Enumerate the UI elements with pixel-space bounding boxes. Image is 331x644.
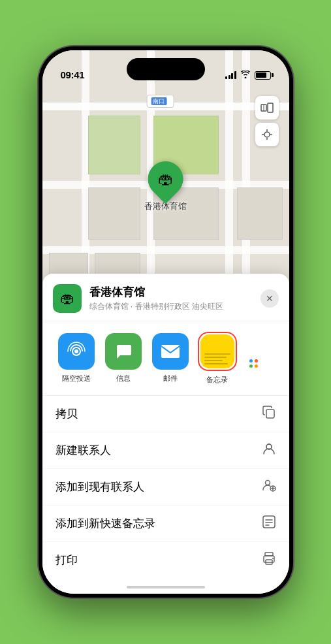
copy-icon [262, 405, 276, 423]
stadium-marker[interactable]: 🏟 香港体育馆 [144, 161, 187, 212]
venue-logo-icon: 🏟 [60, 290, 74, 307]
notes-selected-highlight [198, 332, 237, 371]
location-button[interactable] [255, 123, 279, 146]
home-indicator [127, 586, 205, 588]
map-controls [255, 96, 279, 146]
svg-rect-1 [268, 103, 273, 112]
marker-pin: 🏟 [140, 154, 190, 204]
messages-icon [105, 333, 142, 370]
share-notes[interactable]: 备忘录 [194, 332, 241, 385]
notes-icon [200, 334, 234, 368]
airdrop-label: 隔空投送 [62, 374, 91, 383]
phone-frame: 09:41 [39, 46, 293, 598]
share-row: 隔空投送 信息 [42, 321, 289, 396]
new-contact-icon [262, 442, 276, 459]
quick-note-icon [262, 515, 276, 532]
action-quick-note[interactable]: 添加到新快速备忘录 [42, 506, 289, 542]
share-messages[interactable]: 信息 [100, 333, 147, 383]
venue-logo: 🏟 [53, 284, 82, 313]
signal-icon [225, 71, 236, 79]
svg-point-3 [264, 132, 270, 137]
add-contact-icon [262, 478, 276, 496]
battery-icon [255, 71, 271, 80]
action-copy[interactable]: 拷贝 [42, 396, 289, 432]
map-type-button[interactable] [255, 96, 279, 120]
wifi-icon [240, 70, 251, 80]
action-add-contact[interactable]: 添加到现有联系人 [42, 469, 289, 506]
notes-label: 备忘录 [206, 375, 228, 385]
venue-subtitle: 综合体育馆 · 香港特别行政区 油尖旺区 [89, 301, 260, 312]
action-list: 拷贝 新建联系人 [42, 396, 289, 594]
action-quick-note-label: 添加到新快速备忘录 [55, 516, 155, 531]
close-button[interactable]: ✕ [260, 289, 279, 308]
svg-point-14 [265, 481, 270, 485]
mail-icon [152, 333, 189, 370]
map-label: 南口 [146, 95, 174, 108]
svg-point-25 [272, 558, 274, 559]
action-add-contact-label: 添加到现有联系人 [55, 479, 144, 494]
phone-screen: 09:41 [42, 50, 289, 594]
share-more[interactable] [241, 349, 267, 368]
airdrop-icon [58, 333, 95, 370]
stadium-icon: 🏟 [158, 170, 174, 188]
notes-lines [200, 334, 234, 368]
venue-name: 香港体育馆 [89, 285, 260, 300]
mail-label: 邮件 [163, 374, 178, 383]
print-icon [262, 551, 276, 569]
dynamic-island [127, 58, 205, 80]
svg-rect-18 [263, 516, 275, 528]
messages-label: 信息 [116, 374, 131, 383]
svg-point-9 [74, 349, 78, 353]
svg-rect-11 [266, 410, 274, 418]
more-dots-icon [249, 359, 258, 368]
action-new-contact-label: 新建联系人 [55, 443, 111, 458]
status-icons [225, 70, 271, 80]
action-print[interactable]: 打印 [42, 542, 289, 578]
bottom-sheet: 🏟 香港体育馆 综合体育馆 · 香港特别行政区 油尖旺区 ✕ [42, 274, 289, 594]
action-new-contact[interactable]: 新建联系人 [42, 432, 289, 469]
share-airdrop[interactable]: 隔空投送 [53, 333, 100, 383]
status-time: 09:41 [61, 69, 85, 80]
action-copy-label: 拷贝 [55, 406, 78, 421]
sheet-header: 🏟 香港体育馆 综合体育馆 · 香港特别行政区 油尖旺区 ✕ [42, 274, 289, 321]
svg-rect-10 [161, 345, 180, 358]
map-label-prefix: 南口 [151, 97, 166, 105]
action-print-label: 打印 [55, 553, 78, 568]
venue-info: 香港体育馆 综合体育馆 · 香港特别行政区 油尖旺区 [89, 285, 260, 312]
share-mail[interactable]: 邮件 [147, 333, 194, 383]
